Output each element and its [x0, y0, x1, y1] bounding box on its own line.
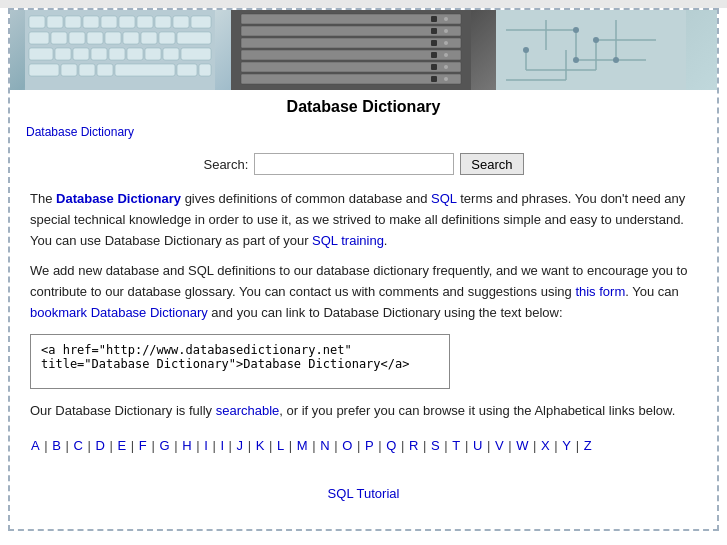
breadcrumb-link[interactable]: Database Dictionary: [26, 125, 134, 139]
svg-rect-10: [191, 16, 211, 28]
alpha-f[interactable]: F: [139, 438, 147, 453]
svg-rect-20: [29, 48, 53, 60]
svg-rect-33: [115, 64, 175, 76]
svg-rect-17: [141, 32, 157, 44]
keyboard-image: [10, 10, 231, 90]
svg-point-52: [444, 53, 448, 57]
contribute-paragraph: We add new database and SQL definitions …: [30, 261, 697, 323]
svg-rect-43: [431, 16, 437, 22]
svg-rect-23: [91, 48, 107, 60]
svg-rect-31: [79, 64, 95, 76]
svg-point-69: [523, 47, 529, 53]
alpha-g[interactable]: G: [159, 438, 169, 453]
svg-rect-24: [109, 48, 125, 60]
alpha-r[interactable]: R: [409, 438, 418, 453]
alpha-links: A | B | C | D | E | F | G | H | I | I | …: [30, 432, 697, 467]
svg-rect-11: [29, 32, 49, 44]
svg-point-49: [444, 17, 448, 21]
svg-rect-30: [61, 64, 77, 76]
svg-rect-22: [73, 48, 89, 60]
alpha-a[interactable]: A: [31, 438, 40, 453]
svg-rect-1: [29, 16, 45, 28]
svg-rect-39: [241, 38, 461, 48]
alpha-h[interactable]: H: [182, 438, 191, 453]
search-input[interactable]: [254, 153, 454, 175]
alpha-x[interactable]: X: [541, 438, 550, 453]
alpha-m[interactable]: M: [297, 438, 308, 453]
link-code-textarea[interactable]: <a href="http://www.databasedictionary.n…: [30, 334, 450, 389]
sql-link[interactable]: SQL: [431, 191, 457, 206]
svg-rect-13: [69, 32, 85, 44]
searchable-link[interactable]: searchable: [216, 403, 280, 418]
sql-tutorial-link[interactable]: SQL Tutorial: [328, 486, 400, 501]
svg-rect-8: [155, 16, 171, 28]
svg-rect-29: [29, 64, 59, 76]
alpha-k[interactable]: K: [256, 438, 265, 453]
svg-rect-44: [431, 28, 437, 34]
svg-point-70: [593, 37, 599, 43]
svg-rect-7: [137, 16, 153, 28]
searchable-paragraph: Our Database Dictionary is fully searcha…: [30, 401, 697, 422]
svg-rect-28: [181, 48, 211, 60]
alpha-q[interactable]: Q: [386, 438, 396, 453]
svg-rect-48: [431, 76, 437, 82]
svg-rect-16: [123, 32, 139, 44]
svg-rect-42: [241, 74, 461, 84]
this-form-link[interactable]: this form: [575, 284, 625, 299]
alpha-v[interactable]: V: [495, 438, 504, 453]
svg-rect-6: [119, 16, 135, 28]
svg-rect-34: [177, 64, 197, 76]
svg-point-67: [573, 27, 579, 33]
svg-rect-15: [105, 32, 121, 44]
circuit-image: [496, 10, 717, 90]
svg-rect-45: [431, 40, 437, 46]
search-bar: Search: Search: [10, 147, 717, 185]
svg-rect-47: [431, 64, 437, 70]
svg-rect-40: [241, 50, 461, 60]
bookmark-link[interactable]: bookmark Database Dictionary: [30, 305, 208, 320]
svg-rect-41: [241, 62, 461, 72]
svg-point-71: [613, 57, 619, 63]
alpha-n[interactable]: N: [320, 438, 329, 453]
dict-link-bold[interactable]: Database Dictionary: [56, 191, 181, 206]
svg-rect-46: [431, 52, 437, 58]
search-button[interactable]: Search: [460, 153, 523, 175]
svg-rect-5: [101, 16, 117, 28]
alpha-i1[interactable]: I: [204, 438, 208, 453]
alpha-z[interactable]: Z: [584, 438, 592, 453]
alpha-y[interactable]: Y: [562, 438, 571, 453]
alpha-u[interactable]: U: [473, 438, 482, 453]
svg-rect-38: [241, 26, 461, 36]
svg-point-53: [444, 65, 448, 69]
breadcrumb: Database Dictionary: [10, 120, 717, 147]
content-area: The Database Dictionary gives definition…: [10, 185, 717, 476]
alpha-t[interactable]: T: [452, 438, 460, 453]
alpha-w[interactable]: W: [516, 438, 528, 453]
search-label: Search:: [203, 157, 248, 172]
svg-rect-37: [241, 14, 461, 24]
svg-point-68: [573, 57, 579, 63]
alpha-e[interactable]: E: [118, 438, 127, 453]
header-images: [10, 10, 717, 90]
alpha-b[interactable]: B: [52, 438, 61, 453]
svg-rect-25: [127, 48, 143, 60]
alpha-c[interactable]: C: [74, 438, 83, 453]
svg-rect-27: [163, 48, 179, 60]
alpha-j[interactable]: J: [237, 438, 244, 453]
alpha-s[interactable]: S: [431, 438, 440, 453]
svg-rect-12: [51, 32, 67, 44]
alpha-l[interactable]: L: [277, 438, 284, 453]
svg-rect-21: [55, 48, 71, 60]
alpha-d[interactable]: D: [96, 438, 105, 453]
svg-point-51: [444, 41, 448, 45]
svg-rect-4: [83, 16, 99, 28]
alpha-i2[interactable]: I: [220, 438, 224, 453]
sql-training-link[interactable]: SQL training: [312, 233, 384, 248]
svg-rect-14: [87, 32, 103, 44]
sql-tutorial-section: SQL Tutorial: [10, 476, 717, 509]
svg-rect-3: [65, 16, 81, 28]
alpha-p[interactable]: P: [365, 438, 374, 453]
alpha-o[interactable]: O: [342, 438, 352, 453]
svg-rect-35: [199, 64, 211, 76]
svg-rect-2: [47, 16, 63, 28]
